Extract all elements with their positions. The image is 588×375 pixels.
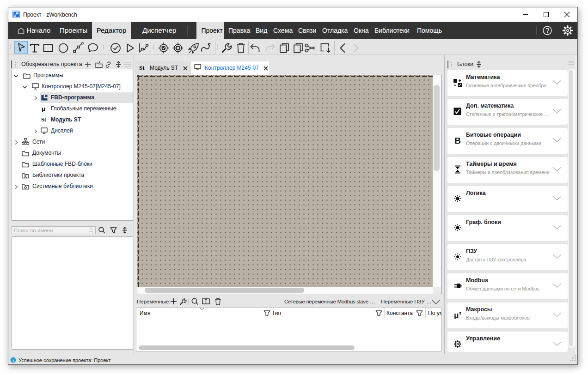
svg-text:μ: μ (454, 311, 459, 320)
svg-text:B: B (454, 136, 461, 145)
